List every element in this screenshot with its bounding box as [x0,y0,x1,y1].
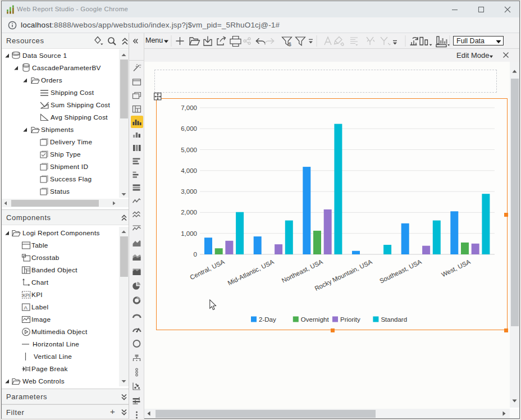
svg-text:Southeast, USA: Southeast, USA [378,258,423,285]
svg-text:4,000: 4,000 [181,167,197,174]
svg-text:Northeast, USA: Northeast, USA [281,258,324,284]
svg-text:2,000: 2,000 [181,209,197,216]
svg-text:7,000: 7,000 [181,104,197,111]
svg-text:2-Day: 2-Day [259,316,276,323]
svg-text:A: A [24,304,28,311]
svg-text:Central, USA: Central, USA [189,258,226,281]
svg-text:1,000: 1,000 [181,230,197,237]
svg-text:Priority: Priority [340,316,360,323]
svg-text:0: 0 [194,251,197,258]
svg-text:KPI: KPI [22,293,30,298]
svg-text:5,000: 5,000 [181,147,197,153]
svg-text:3,000: 3,000 [181,188,197,195]
svg-text:Standard: Standard [381,316,407,323]
svg-text:Mid-Atlantic, USA: Mid-Atlantic, USA [227,258,276,286]
svg-text:Overnight: Overnight [301,316,330,323]
svg-text:$: $ [289,41,292,47]
svg-text:6,000: 6,000 [181,125,197,132]
svg-text:West, USA: West, USA [440,258,472,278]
